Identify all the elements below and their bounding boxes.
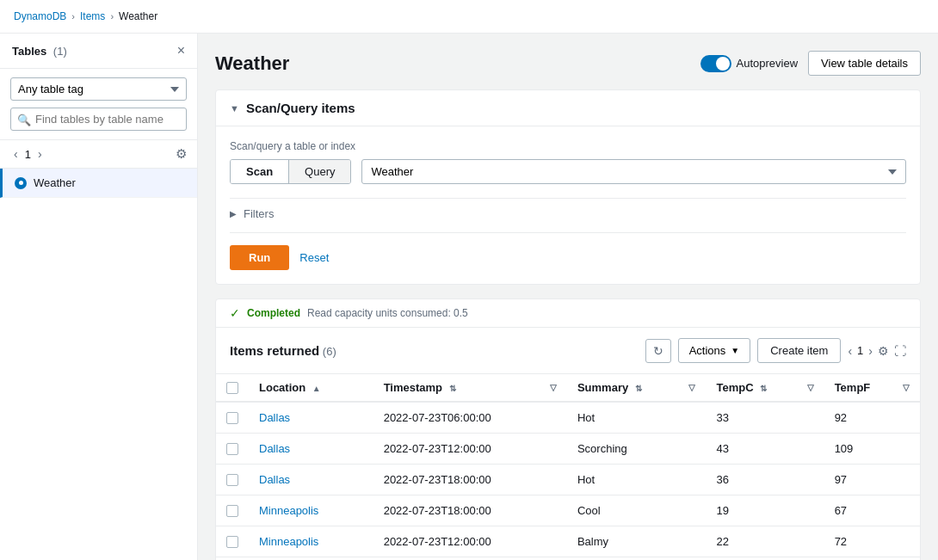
actions-button[interactable]: Actions ▼: [678, 338, 751, 363]
sidebar: Tables (1) × Any table tag 🔍 ‹ 1 › ⚙: [0, 34, 198, 560]
breadcrumb-items[interactable]: Items: [80, 10, 105, 22]
col-timestamp[interactable]: Timestamp ⇅ ▽: [373, 374, 567, 402]
summary-sort-icon: ⇅: [635, 384, 642, 393]
scan-query-card: ▼ Scan/Query items Scan/query a table or…: [215, 89, 921, 285]
tempc-cell-1: 43: [706, 434, 824, 465]
results-page-num: 1: [857, 344, 863, 357]
timestamp-filter-icon: ▽: [550, 383, 557, 392]
scan-button[interactable]: Scan: [231, 160, 289, 183]
results-expand-button[interactable]: ⛶: [894, 344, 906, 358]
breadcrumb-dynamodb[interactable]: DynamoDB: [14, 10, 66, 22]
results-settings-button[interactable]: ⚙: [878, 344, 889, 358]
table-item[interactable]: Weather: [0, 169, 197, 198]
actions-chevron-icon: ▼: [731, 346, 739, 355]
scan-query-header[interactable]: ▼ Scan/Query items: [216, 90, 920, 126]
col-location[interactable]: Location ▲: [249, 374, 373, 402]
create-item-button[interactable]: Create item: [757, 338, 841, 363]
sidebar-close-button[interactable]: ×: [177, 44, 185, 58]
filters-label: Filters: [244, 207, 274, 220]
tempf-cell-2: 97: [824, 465, 920, 495]
tempc-cell-3: 19: [706, 495, 824, 526]
tempf-cell-0: 92: [824, 402, 920, 434]
status-completed-text: Completed: [247, 307, 300, 319]
sidebar-settings-button[interactable]: ⚙: [176, 146, 187, 162]
summary-cell-1: Scorching: [567, 434, 707, 465]
sidebar-title: Tables (1): [12, 45, 67, 58]
page-number: 1: [25, 148, 31, 161]
summary-cell-2: Hot: [567, 465, 707, 495]
col-tempc[interactable]: TempC ⇅ ▽: [706, 374, 824, 402]
page-title: Weather: [215, 52, 289, 75]
table-row: Dallas 2022-07-23T12:00:00 Scorching 43 …: [216, 434, 920, 465]
breadcrumb-current: Weather: [119, 10, 157, 22]
status-detail-text: Read capacity units consumed: 0.5: [307, 307, 468, 319]
results-card: ✓ Completed Read capacity units consumed…: [215, 298, 921, 560]
tag-select[interactable]: Any table tag: [10, 77, 187, 101]
query-button[interactable]: Query: [289, 160, 350, 183]
summary-cell-3: Cool: [567, 495, 707, 526]
location-sort-icon: ▲: [312, 384, 321, 393]
radio-indicator: [15, 177, 27, 189]
main-content: Weather Autopreview View table details ▼…: [198, 34, 938, 560]
timestamp-cell-3: 2022-07-23T18:00:00: [373, 495, 567, 526]
scan-query-toggle: Scan Query: [230, 159, 351, 184]
table-row: Dallas 2022-07-23T18:00:00 Hot 36 97: [216, 465, 920, 495]
location-cell-1[interactable]: Dallas: [259, 442, 290, 455]
breadcrumb-sep-1: ›: [71, 11, 75, 22]
timestamp-cell-5: 2022-07-23T06:00:00: [373, 557, 567, 561]
tempc-cell-4: 22: [706, 526, 824, 557]
table-list: Weather: [0, 169, 197, 560]
location-cell-3[interactable]: Minneapolis: [259, 504, 318, 517]
tempc-filter-icon: ▽: [807, 383, 814, 392]
tempf-filter-icon: ▽: [903, 383, 910, 392]
view-table-details-button[interactable]: View table details: [808, 51, 921, 76]
summary-cell-4: Balmy: [567, 526, 707, 557]
row-checkbox-4[interactable]: [226, 536, 238, 548]
tempf-cell-4: 72: [824, 526, 920, 557]
row-checkbox-2[interactable]: [226, 474, 238, 486]
sidebar-count: (1): [53, 45, 67, 58]
table-row: Minneapolis 2022-07-23T06:00:00 Cool 13 …: [216, 557, 920, 561]
results-pagination: ‹ 1 › ⚙ ⛶: [848, 344, 906, 358]
select-all-checkbox[interactable]: [226, 382, 238, 394]
actions-label: Actions: [689, 344, 726, 357]
refresh-button[interactable]: ↻: [645, 339, 671, 363]
tempc-cell-5: 13: [706, 557, 824, 561]
results-table: Location ▲ Timestamp ⇅ ▽ Summary ⇅: [216, 374, 920, 560]
status-check-icon: ✓: [230, 306, 240, 320]
table-item-label: Weather: [34, 176, 76, 189]
autopreview-toggle[interactable]: [700, 55, 731, 72]
location-cell-2[interactable]: Dallas: [259, 473, 290, 486]
results-title: Items returned: [230, 343, 319, 358]
run-button[interactable]: Run: [230, 245, 289, 270]
tempf-cell-1: 109: [824, 434, 920, 465]
table-index-select[interactable]: Weather: [361, 159, 906, 184]
col-summary[interactable]: Summary ⇅ ▽: [567, 374, 707, 402]
scan-label: Scan/query a table or index: [230, 140, 906, 152]
tempc-sort-icon: ⇅: [760, 384, 767, 393]
table-row: Minneapolis 2022-07-23T18:00:00 Cool 19 …: [216, 495, 920, 526]
summary-filter-icon: ▽: [688, 383, 695, 392]
results-prev-button[interactable]: ‹: [848, 344, 852, 358]
row-checkbox-3[interactable]: [226, 505, 238, 517]
search-input[interactable]: [10, 108, 187, 131]
results-next-button[interactable]: ›: [868, 344, 873, 358]
location-cell-0[interactable]: Dallas: [259, 411, 290, 424]
search-icon: 🔍: [17, 113, 31, 126]
prev-page-button[interactable]: ‹: [10, 145, 22, 163]
row-checkbox-1[interactable]: [226, 443, 238, 455]
reset-button[interactable]: Reset: [299, 251, 329, 264]
tempc-cell-0: 33: [706, 402, 824, 434]
results-count: (6): [323, 345, 336, 358]
scan-query-arrow-icon: ▼: [230, 103, 239, 114]
col-tempf[interactable]: TempF ▽: [824, 374, 920, 402]
select-all-header: [216, 374, 249, 402]
scan-query-title: Scan/Query items: [246, 101, 355, 115]
row-checkbox-0[interactable]: [226, 412, 238, 424]
filters-row[interactable]: ▶ Filters: [230, 198, 906, 229]
breadcrumb: DynamoDB › Items › Weather: [0, 0, 938, 34]
timestamp-cell-4: 2022-07-23T12:00:00: [373, 526, 567, 557]
timestamp-cell-1: 2022-07-23T12:00:00: [373, 434, 567, 465]
location-cell-4[interactable]: Minneapolis: [259, 535, 318, 548]
next-page-button[interactable]: ›: [34, 145, 46, 163]
